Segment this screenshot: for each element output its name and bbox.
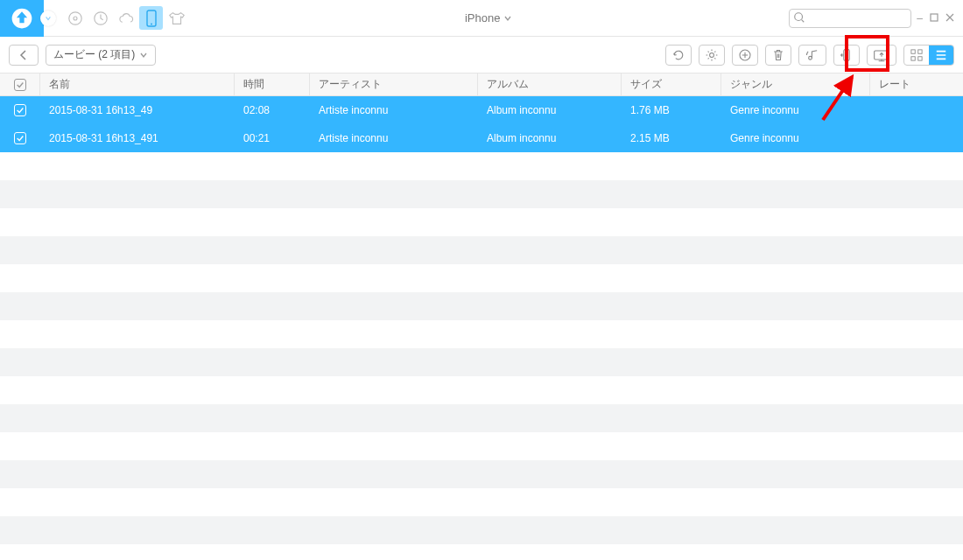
breadcrumb-label: ムービー (2 項目) xyxy=(53,47,135,62)
table-row[interactable]: 2015-08-31 16h13_491 00:21 Artiste incon… xyxy=(0,124,963,152)
window-controls: – xyxy=(917,13,954,24)
add-button[interactable] xyxy=(732,45,758,66)
cell-time: 02:08 xyxy=(235,96,310,124)
header-check[interactable] xyxy=(0,74,40,95)
svg-point-0 xyxy=(68,11,81,24)
svg-point-4 xyxy=(151,23,152,24)
chevron-down-icon xyxy=(139,51,148,60)
header-rate[interactable]: レート xyxy=(870,74,963,95)
header-album[interactable]: アルバム xyxy=(478,74,622,95)
cell-name: 2015-08-31 16h13_49 xyxy=(40,96,235,124)
row-checkbox[interactable] xyxy=(0,96,40,124)
svg-rect-14 xyxy=(911,56,915,60)
title-bar: iPhone – xyxy=(0,0,963,37)
cell-size: 2.15 MB xyxy=(622,124,721,152)
delete-button[interactable] xyxy=(765,45,791,66)
header-name[interactable]: 名前 xyxy=(40,74,235,95)
cell-genre: Genre inconnu xyxy=(721,96,870,124)
svg-rect-6 xyxy=(931,14,938,21)
search-field-wrap xyxy=(789,9,911,28)
header-artist[interactable]: アーティスト xyxy=(310,74,478,95)
device-tab-icon[interactable] xyxy=(139,6,163,30)
app-logo[interactable] xyxy=(0,0,44,37)
grid-view-button[interactable] xyxy=(904,46,929,65)
cell-name: 2015-08-31 16h13_491 xyxy=(40,124,235,152)
list-view-button[interactable] xyxy=(929,46,953,65)
header-size[interactable]: サイズ xyxy=(622,74,721,95)
empty-rows xyxy=(0,152,963,560)
category-tabs xyxy=(63,6,188,30)
row-checkbox[interactable] xyxy=(0,124,40,152)
cloud-tab-icon[interactable] xyxy=(114,6,137,30)
table-row[interactable]: 2015-08-31 16h13_49 02:08 Artiste inconn… xyxy=(0,96,963,124)
table-header: 名前 時間 アーティスト アルバム サイズ ジャンル レート xyxy=(0,74,963,96)
svg-rect-15 xyxy=(918,56,922,60)
svg-point-9 xyxy=(809,56,812,60)
maximize-button[interactable] xyxy=(930,13,938,24)
chevron-down-icon xyxy=(503,14,512,23)
device-selector[interactable]: iPhone xyxy=(188,11,789,24)
header-genre[interactable]: ジャンル xyxy=(721,74,870,95)
cell-artist: Artiste inconnu xyxy=(310,96,478,124)
brand-menu-toggle[interactable] xyxy=(40,10,56,26)
svg-rect-12 xyxy=(911,49,915,52)
apparel-tab-icon[interactable] xyxy=(165,6,188,30)
view-mode-segment xyxy=(903,45,954,66)
cell-album: Album inconnu xyxy=(478,96,622,124)
svg-rect-13 xyxy=(918,49,922,52)
close-button[interactable] xyxy=(945,13,954,24)
cell-rate xyxy=(870,124,963,152)
breadcrumb-dropdown[interactable]: ムービー (2 項目) xyxy=(46,45,156,66)
back-button[interactable] xyxy=(9,45,39,66)
minimize-button[interactable]: – xyxy=(917,13,923,24)
to-computer-button[interactable] xyxy=(867,45,896,66)
to-itunes-button[interactable] xyxy=(798,45,826,66)
toolbar-actions xyxy=(665,45,954,66)
header-time[interactable]: 時間 xyxy=(235,74,310,95)
cell-time: 00:21 xyxy=(235,124,310,152)
cell-genre: Genre inconnu xyxy=(721,124,870,152)
search-icon xyxy=(793,11,805,26)
svg-point-7 xyxy=(710,52,714,57)
table-body: 2015-08-31 16h13_49 02:08 Artiste inconn… xyxy=(0,96,963,152)
cell-size: 1.76 MB xyxy=(622,96,721,124)
to-device-button[interactable] xyxy=(833,45,860,66)
settings-button[interactable] xyxy=(699,45,725,66)
cell-album: Album inconnu xyxy=(478,124,622,152)
cell-rate xyxy=(870,96,963,124)
search-input[interactable] xyxy=(789,9,911,28)
svg-point-5 xyxy=(795,12,803,20)
device-selector-label: iPhone xyxy=(465,11,500,24)
music-tab-icon[interactable] xyxy=(63,6,87,30)
clock-tab-icon[interactable] xyxy=(88,6,112,30)
svg-rect-10 xyxy=(844,49,849,60)
svg-point-1 xyxy=(74,17,77,20)
toolbar: ムービー (2 項目) xyxy=(0,37,963,74)
refresh-button[interactable] xyxy=(665,45,692,66)
cell-artist: Artiste inconnu xyxy=(310,124,478,152)
